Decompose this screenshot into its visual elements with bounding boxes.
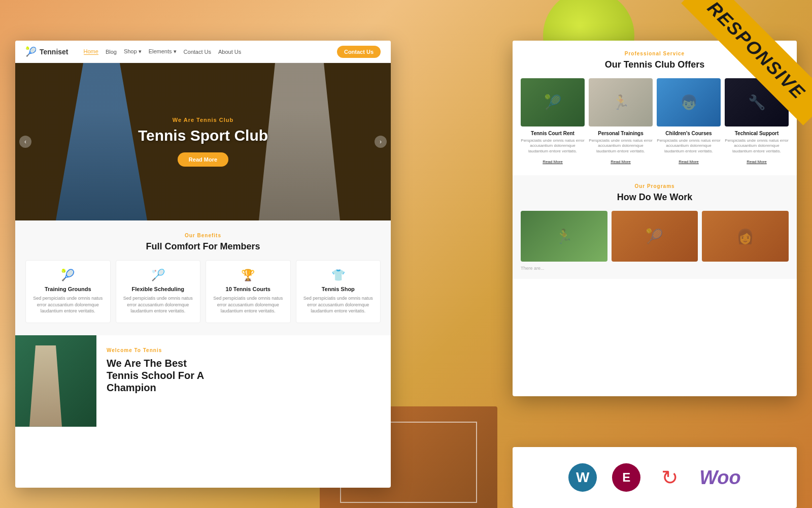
how-label: Our Programs [521,183,789,189]
hero-title: Tennis Sport Club [138,127,268,144]
nav-elements[interactable]: Elements [149,48,177,55]
benefit-scheduling-text: Sed perspiciatis unde omnis natus error … [122,295,194,314]
offer-court-rent-text: Perspiciatis unde omnis natus error accu… [521,138,585,154]
nav-contact[interactable]: Contact Us [184,49,211,55]
offer-court-rent-link[interactable]: Read More [543,160,563,164]
how-grid: 🏃 🎾 👩 [521,211,789,262]
wordpress-icon: W [576,469,589,486]
refresh-logo: ↻ [656,463,684,492]
logo-text: Tenniset [40,48,69,56]
elementor-icon: E [622,470,630,485]
nav-about[interactable]: About Us [218,49,241,55]
how-image-2: 🎾 [612,211,698,262]
how-image-1: 🏃 [521,211,607,262]
how-title: How Do We Work [521,192,789,203]
woocommerce-logo: Woo [699,467,741,489]
benefits-title: Full Comfort For Members [25,241,381,252]
bottom-section: Welcome To Tennis We Are The Best Tennis… [15,335,391,427]
logos-bar: W E ↻ Woo [513,447,797,508]
offer-personal-trainings-link[interactable]: Read More [611,160,631,164]
offer-court-rent: 🎾 Tennis Court Rent Perspiciatis unde om… [521,78,585,165]
benefit-training-text: Sed perspiciatis unde omnis natus error … [32,295,104,314]
nav-shop[interactable]: Shop [124,48,142,55]
benefits-label: Our Benefits [25,233,381,238]
nav-blog[interactable]: Blog [106,49,117,55]
bottom-label: Welcome To Tennis [107,347,381,353]
offer-personal-trainings: 🏃 Personal Trainings Perspiciatis unde o… [589,78,653,165]
benefits-section: Our Benefits Full Comfort For Members 🎾 … [15,220,391,335]
hero-next-button[interactable]: › [375,136,387,148]
refresh-icon: ↻ [661,466,679,489]
benefit-shop-title: Tennis Shop [302,286,375,292]
offer-personal-trainings-image: 🏃 [589,78,653,126]
wordpress-logo: W [568,463,597,492]
bottom-title: We Are The Best Tennis School For A Cham… [107,357,381,394]
responsive-label: RESPONSIVE [681,0,812,125]
how-image-3: 👩 [702,211,789,262]
bottom-title-line3: Champion [107,382,156,393]
hero-section: ‹ We Are Tennis Club Tennis Sport Club R… [15,63,391,220]
benefit-flexible-scheduling: 🏸 Flexible Scheduling Sed perspiciatis u… [116,260,201,323]
benefit-training-grounds: 🎾 Training Grounds Sed perspiciatis unde… [25,260,111,323]
bottom-title-line1: We Are The Best [107,358,187,369]
site-logo[interactable]: 🎾 Tenniset [25,46,69,57]
hero-prev-button[interactable]: ‹ [19,136,31,148]
logo-icon: 🎾 [25,46,37,57]
benefit-tennis-shop: 👕 Tennis Shop Sed perspiciatis unde omni… [296,260,381,323]
offer-personal-trainings-text: Perspiciatis unde omnis natus error accu… [589,138,653,154]
navbar: 🎾 Tenniset Home Blog Shop Elements Conta… [15,41,391,63]
how-section: Our Programs How Do We Work 🏃 🎾 👩 There … [513,175,797,279]
hero-read-more-button[interactable]: Read More [178,152,228,167]
offer-personal-trainings-title: Personal Trainings [589,131,653,136]
offer-court-rent-image: 🎾 [521,78,585,126]
hero-content: We Are Tennis Club Tennis Sport Club Rea… [138,117,268,167]
benefit-tennis-courts: 🏆 10 Tennis Courts Sed perspiciatis unde… [206,260,291,323]
woo-text: Woo [699,467,741,488]
benefit-scheduling-title: Flexible Scheduling [122,286,194,292]
training-grounds-icon: 🎾 [32,269,104,282]
benefit-courts-text: Sed perspiciatis unde omnis natus error … [212,295,284,314]
responsive-banner: RESPONSIVE [660,0,812,152]
benefit-training-title: Training Grounds [32,286,104,292]
offer-childrens-courses-link[interactable]: Read More [679,160,699,164]
benefit-shop-text: Sed perspiciatis unde omnis natus error … [302,295,375,314]
bottom-image [15,335,96,427]
how-bottom-text: There are... [521,266,789,271]
bottom-title-line2: Tennis School For A [107,370,204,381]
scheduling-icon: 🏸 [122,269,194,282]
offer-technical-support-link[interactable]: Read More [747,160,767,164]
bottom-person [25,345,66,427]
nav-home[interactable]: Home [84,48,98,55]
bottom-text-area: Welcome To Tennis We Are The Best Tennis… [96,335,391,427]
offer-court-rent-title: Tennis Court Rent [521,131,585,136]
elementor-logo: E [612,463,640,492]
nav-cta-button[interactable]: Contact Us [337,46,381,58]
hero-subtitle: We Are Tennis Club [138,117,268,123]
benefits-grid: 🎾 Training Grounds Sed perspiciatis unde… [25,260,381,323]
shop-icon: 👕 [302,269,375,282]
nav-links: Home Blog Shop Elements Contact Us About… [84,48,327,55]
courts-icon: 🏆 [212,269,284,282]
left-panel-website-preview: 🎾 Tenniset Home Blog Shop Elements Conta… [15,41,391,488]
benefit-courts-title: 10 Tennis Courts [212,286,284,292]
